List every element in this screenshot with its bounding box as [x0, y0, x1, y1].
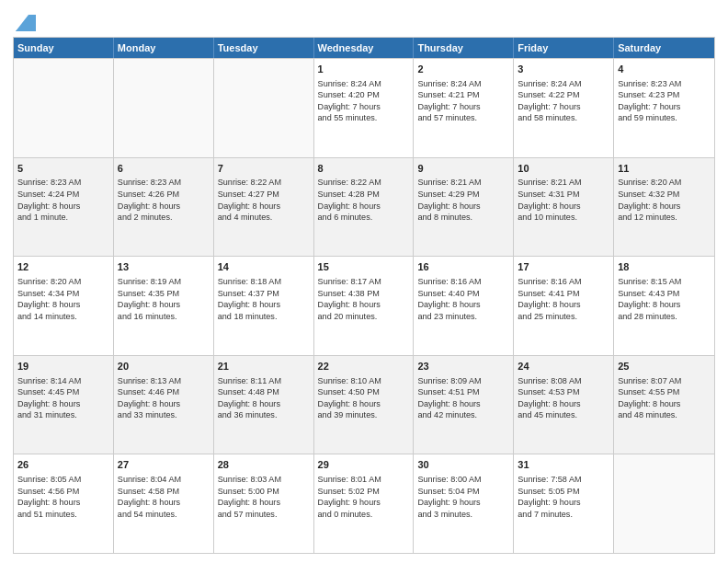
day-number: 8 [318, 162, 410, 176]
cal-cell-8: 8Sunrise: 8:22 AM Sunset: 4:28 PM Daylig… [314, 158, 415, 257]
cal-cell-empty-0-0 [14, 59, 114, 157]
day-number: 10 [518, 162, 609, 176]
cal-cell-13: 13Sunrise: 8:19 AM Sunset: 4:35 PM Dayli… [114, 257, 214, 355]
cell-info: Sunrise: 8:21 AM Sunset: 4:31 PM Dayligh… [518, 177, 609, 223]
cell-info: Sunrise: 8:20 AM Sunset: 4:34 PM Dayligh… [17, 276, 109, 322]
cal-cell-20: 20Sunrise: 8:13 AM Sunset: 4:46 PM Dayli… [114, 356, 214, 454]
day-number: 16 [417, 260, 509, 274]
cell-info: Sunrise: 8:16 AM Sunset: 4:40 PM Dayligh… [417, 276, 509, 322]
cell-info: Sunrise: 8:11 AM Sunset: 4:48 PM Dayligh… [218, 375, 310, 421]
cell-info: Sunrise: 8:15 AM Sunset: 4:43 PM Dayligh… [618, 276, 711, 322]
cell-info: Sunrise: 8:08 AM Sunset: 4:53 PM Dayligh… [518, 375, 609, 421]
header-day-saturday: Saturday [614, 38, 714, 58]
cal-cell-30: 30Sunrise: 8:00 AM Sunset: 5:04 PM Dayli… [414, 454, 514, 553]
cell-info: Sunrise: 8:22 AM Sunset: 4:28 PM Dayligh… [318, 177, 410, 223]
cell-info: Sunrise: 8:04 AM Sunset: 4:58 PM Dayligh… [118, 474, 210, 520]
day-number: 7 [218, 162, 310, 176]
header-day-wednesday: Wednesday [314, 38, 415, 58]
cell-info: Sunrise: 8:05 AM Sunset: 4:56 PM Dayligh… [17, 474, 109, 520]
calendar-header-row: SundayMondayTuesdayWednesdayThursdayFrid… [14, 38, 714, 58]
day-number: 3 [518, 63, 609, 76]
cal-cell-10: 10Sunrise: 8:21 AM Sunset: 4:31 PM Dayli… [514, 158, 614, 257]
week-row-5: 26Sunrise: 8:05 AM Sunset: 4:56 PM Dayli… [14, 454, 714, 553]
cal-cell-31: 31Sunrise: 7:58 AM Sunset: 5:05 PM Dayli… [514, 454, 614, 553]
cell-info: Sunrise: 8:13 AM Sunset: 4:46 PM Dayligh… [118, 375, 210, 421]
cal-cell-21: 21Sunrise: 8:11 AM Sunset: 4:48 PM Dayli… [214, 356, 314, 454]
day-number: 6 [118, 162, 210, 176]
cal-cell-22: 22Sunrise: 8:10 AM Sunset: 4:50 PM Dayli… [314, 356, 415, 454]
cell-info: Sunrise: 8:09 AM Sunset: 4:51 PM Dayligh… [417, 375, 509, 421]
week-row-3: 12Sunrise: 8:20 AM Sunset: 4:34 PM Dayli… [14, 256, 714, 355]
day-number: 1 [318, 63, 410, 76]
cal-cell-15: 15Sunrise: 8:17 AM Sunset: 4:38 PM Dayli… [314, 257, 415, 355]
cal-cell-25: 25Sunrise: 8:07 AM Sunset: 4:55 PM Dayli… [614, 356, 714, 454]
cell-info: Sunrise: 8:01 AM Sunset: 5:02 PM Dayligh… [318, 474, 410, 520]
cal-cell-23: 23Sunrise: 8:09 AM Sunset: 4:51 PM Dayli… [414, 356, 514, 454]
cal-cell-19: 19Sunrise: 8:14 AM Sunset: 4:45 PM Dayli… [14, 356, 114, 454]
week-row-4: 19Sunrise: 8:14 AM Sunset: 4:45 PM Dayli… [14, 355, 714, 454]
cal-cell-9: 9Sunrise: 8:21 AM Sunset: 4:29 PM Daylig… [414, 158, 514, 257]
day-number: 24 [518, 360, 609, 373]
header [13, 9, 715, 31]
cal-cell-1: 1Sunrise: 8:24 AM Sunset: 4:20 PM Daylig… [314, 59, 415, 157]
cell-info: Sunrise: 8:22 AM Sunset: 4:27 PM Dayligh… [218, 177, 310, 223]
cell-info: Sunrise: 8:19 AM Sunset: 4:35 PM Dayligh… [118, 276, 210, 322]
logo [13, 13, 36, 31]
cal-cell-5: 5Sunrise: 8:23 AM Sunset: 4:24 PM Daylig… [14, 158, 114, 257]
day-number: 2 [417, 63, 509, 76]
header-day-thursday: Thursday [414, 38, 514, 58]
cal-cell-29: 29Sunrise: 8:01 AM Sunset: 5:02 PM Dayli… [314, 454, 415, 553]
header-day-monday: Monday [114, 38, 214, 58]
cal-cell-3: 3Sunrise: 8:24 AM Sunset: 4:22 PM Daylig… [514, 59, 614, 157]
logo-icon [16, 15, 36, 31]
cal-cell-empty-0-1 [114, 59, 214, 157]
cell-info: Sunrise: 8:24 AM Sunset: 4:20 PM Dayligh… [318, 78, 410, 124]
day-number: 13 [118, 260, 210, 274]
cell-info: Sunrise: 8:03 AM Sunset: 5:00 PM Dayligh… [218, 474, 310, 520]
week-row-2: 5Sunrise: 8:23 AM Sunset: 4:24 PM Daylig… [14, 157, 714, 257]
cal-cell-empty-0-2 [214, 59, 314, 157]
day-number: 4 [618, 63, 711, 76]
cal-cell-4: 4Sunrise: 8:23 AM Sunset: 4:23 PM Daylig… [614, 59, 714, 157]
cal-cell-24: 24Sunrise: 8:08 AM Sunset: 4:53 PM Dayli… [514, 356, 614, 454]
day-number: 17 [518, 260, 609, 274]
week-row-1: 1Sunrise: 8:24 AM Sunset: 4:20 PM Daylig… [14, 58, 714, 157]
day-number: 23 [417, 360, 509, 373]
cell-info: Sunrise: 8:00 AM Sunset: 5:04 PM Dayligh… [417, 474, 509, 520]
cell-info: Sunrise: 8:18 AM Sunset: 4:37 PM Dayligh… [218, 276, 310, 322]
svg-marker-1 [16, 15, 36, 31]
cell-info: Sunrise: 8:23 AM Sunset: 4:26 PM Dayligh… [118, 177, 210, 223]
cal-cell-17: 17Sunrise: 8:16 AM Sunset: 4:41 PM Dayli… [514, 257, 614, 355]
cell-info: Sunrise: 7:58 AM Sunset: 5:05 PM Dayligh… [518, 474, 609, 520]
cal-cell-12: 12Sunrise: 8:20 AM Sunset: 4:34 PM Dayli… [14, 257, 114, 355]
day-number: 26 [17, 458, 109, 472]
cell-info: Sunrise: 8:24 AM Sunset: 4:22 PM Dayligh… [518, 78, 609, 124]
cell-info: Sunrise: 8:24 AM Sunset: 4:21 PM Dayligh… [417, 78, 509, 124]
cal-cell-26: 26Sunrise: 8:05 AM Sunset: 4:56 PM Dayli… [14, 454, 114, 553]
day-number: 19 [17, 360, 109, 373]
day-number: 27 [118, 458, 210, 472]
cell-info: Sunrise: 8:07 AM Sunset: 4:55 PM Dayligh… [618, 375, 711, 421]
cal-cell-16: 16Sunrise: 8:16 AM Sunset: 4:40 PM Dayli… [414, 257, 514, 355]
cal-cell-7: 7Sunrise: 8:22 AM Sunset: 4:27 PM Daylig… [214, 158, 314, 257]
cal-cell-18: 18Sunrise: 8:15 AM Sunset: 4:43 PM Dayli… [614, 257, 714, 355]
cal-cell-11: 11Sunrise: 8:20 AM Sunset: 4:32 PM Dayli… [614, 158, 714, 257]
day-number: 14 [218, 260, 310, 274]
calendar-body: 1Sunrise: 8:24 AM Sunset: 4:20 PM Daylig… [14, 58, 714, 553]
header-day-sunday: Sunday [14, 38, 114, 58]
cal-cell-6: 6Sunrise: 8:23 AM Sunset: 4:26 PM Daylig… [114, 158, 214, 257]
header-day-tuesday: Tuesday [214, 38, 314, 58]
cell-info: Sunrise: 8:10 AM Sunset: 4:50 PM Dayligh… [318, 375, 410, 421]
cell-info: Sunrise: 8:21 AM Sunset: 4:29 PM Dayligh… [417, 177, 509, 223]
cell-info: Sunrise: 8:16 AM Sunset: 4:41 PM Dayligh… [518, 276, 609, 322]
day-number: 18 [618, 260, 711, 274]
day-number: 21 [218, 360, 310, 373]
cal-cell-28: 28Sunrise: 8:03 AM Sunset: 5:00 PM Dayli… [214, 454, 314, 553]
day-number: 12 [17, 260, 109, 274]
day-number: 15 [318, 260, 410, 274]
cal-cell-14: 14Sunrise: 8:18 AM Sunset: 4:37 PM Dayli… [214, 257, 314, 355]
cell-info: Sunrise: 8:23 AM Sunset: 4:23 PM Dayligh… [618, 78, 711, 124]
cal-cell-27: 27Sunrise: 8:04 AM Sunset: 4:58 PM Dayli… [114, 454, 214, 553]
day-number: 20 [118, 360, 210, 373]
cell-info: Sunrise: 8:14 AM Sunset: 4:45 PM Dayligh… [17, 375, 109, 421]
